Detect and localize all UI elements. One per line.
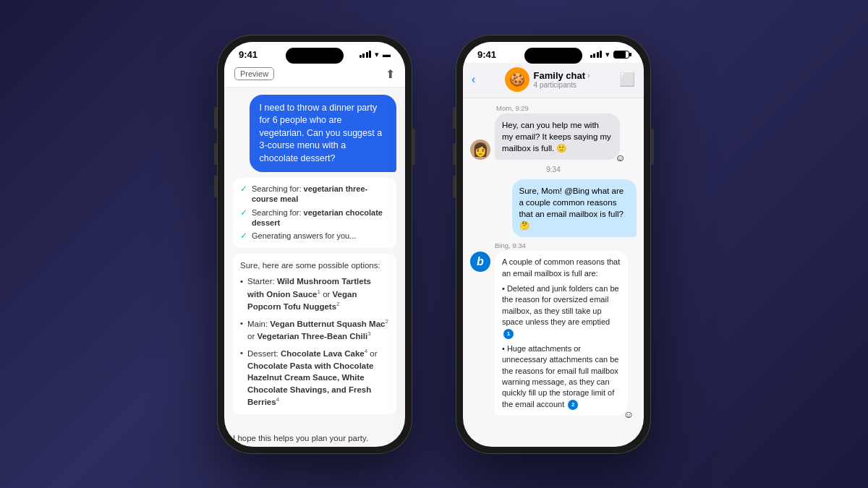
search-step-1: ✓ Searching for: vegetarian three-course… [240,184,389,205]
status-time-right: 9:41 [477,49,496,60]
bing-message-row: b Bing, 9:34 A couple of common reasons … [470,241,637,416]
status-bar-left: 9:41 ▾ ▬ [224,42,405,63]
battery-icon-left: ▬ [383,50,391,59]
left-screen: 9:41 ▾ ▬ Preview ⬆ I need to throw a din… [224,42,405,447]
timestamp-934: 9:34 [470,166,637,174]
starter-label: Starter: Wild Mushroom Tartlets with Oni… [247,277,371,311]
bing-point-2: • Huge attachments or unnecessary attach… [502,343,621,410]
step-text-3: Generating answers for you... [252,231,356,241]
check-icon-1: ✓ [240,184,247,195]
group-emoji: 🍪 [509,72,525,87]
group-participants: 4 participants [534,81,590,89]
dynamic-island-right [524,48,582,64]
signal-bars-right [590,51,603,58]
left-phone: 9:41 ▾ ▬ Preview ⬆ I need to throw a din… [217,35,412,454]
bing-bubble: A couple of common reasons that an email… [495,251,628,416]
user-message-bubble: I need to throw a dinner party for 6 peo… [250,95,396,173]
mom-sender-time: Mom, 9:29 [495,104,620,112]
mom-message-row: 👩 Mom, 9:29 Hey, can you help me with my… [470,104,637,160]
sent-message-row: Sure, Mom! @Bing what are a couple commo… [470,179,637,237]
bing-point-1: • Deleted and junk folders can be the re… [502,283,621,339]
mom-bubble: Hey, can you help me with my email? It k… [495,114,620,160]
status-time-left: 9:41 [239,49,258,60]
group-name: Family chat [534,70,586,81]
wifi-icon-left: ▾ [375,50,379,59]
dessert-label: Dessert: Chocolate Lava Cake4 or Chocola… [247,349,378,407]
sent-message-text: Sure, Mom! @Bing what are a couple commo… [519,187,624,230]
citation-2: 2 [568,400,578,410]
chevron-icon: › [587,71,590,80]
bing-header: Preview ⬆ [224,63,405,87]
mom-reaction: ☺ [615,151,625,166]
bing-avatar: b [470,252,490,272]
signal-bars-left [359,51,372,58]
mom-message-text: Hey, can you help me with my email? It k… [502,121,611,153]
mom-message-column: Mom, 9:29 Hey, can you help me with my e… [495,104,620,160]
menu-list: Starter: Wild Mushroom Tartlets with Oni… [240,275,389,408]
menu-item-dessert: Dessert: Chocolate Lava Cake4 or Chocola… [240,347,389,408]
step-text-2: Searching for: vegetarian chocolate dess… [252,207,389,228]
group-text: Family chat › 4 participants [534,70,590,89]
share-icon[interactable]: ⬆ [386,67,395,81]
ai-response: Sure, here are some possible options: St… [233,254,396,414]
status-icons-right: ▾ [590,50,630,59]
citation-1: 1 [503,329,514,339]
group-avatar: 🍪 [505,67,529,92]
sent-message-column: Sure, Mom! @Bing what are a couple commo… [512,179,637,237]
bing-message-column: Bing, 9:34 A couple of common reasons th… [495,241,628,416]
status-icons-left: ▾ ▬ [359,50,391,59]
right-phone: 9:41 ▾ ‹ 🍪 [456,35,651,454]
main-label: Main: Vegan Butternut Squash Mac2 or Veg… [247,320,388,341]
bing-intro: A couple of common reasons that an email… [502,257,621,279]
search-step-3: ✓ Generating answers for you... [240,231,389,242]
back-button[interactable]: ‹ [472,73,475,86]
sent-bubble: Sure, Mom! @Bing what are a couple commo… [512,179,637,237]
wifi-icon-right: ▾ [605,50,610,59]
mom-avatar: 👩 [470,140,490,160]
search-steps: ✓ Searching for: vegetarian three-course… [233,178,396,248]
check-icon-2: ✓ [240,207,247,219]
bing-logo: b [477,255,484,268]
group-name-row: Family chat › [534,70,590,81]
right-screen: 9:41 ▾ ‹ 🍪 [463,42,644,447]
video-call-button[interactable]: ⬜ [619,72,635,87]
ai-intro: Sure, here are some possible options: [240,260,389,272]
dynamic-island-left [286,48,344,64]
ai-footer: I hope this helps you plan your party. [224,434,405,447]
battery-icon-right [613,51,629,59]
status-bar-right: 9:41 ▾ [463,42,644,63]
step-text-1: Searching for: vegetarian three-course m… [252,184,389,205]
search-step-2: ✓ Searching for: vegetarian chocolate de… [240,207,389,228]
menu-item-starter: Starter: Wild Mushroom Tartlets with Oni… [240,275,389,313]
menu-item-main: Main: Vegan Butternut Squash Mac2 or Veg… [240,317,389,343]
check-icon-3: ✓ [240,231,247,242]
bing-content: I need to throw a dinner party for 6 peo… [224,87,405,434]
bing-sender-time: Bing, 9:34 [495,241,628,249]
group-info[interactable]: 🍪 Family chat › 4 participants [505,67,590,92]
imsg-content: 👩 Mom, 9:29 Hey, can you help me with my… [463,98,644,447]
imsg-header: ‹ 🍪 Family chat › 4 participants ⬜ [463,63,644,98]
preview-button[interactable]: Preview [234,67,274,80]
bing-reaction: ☺ [624,408,634,422]
